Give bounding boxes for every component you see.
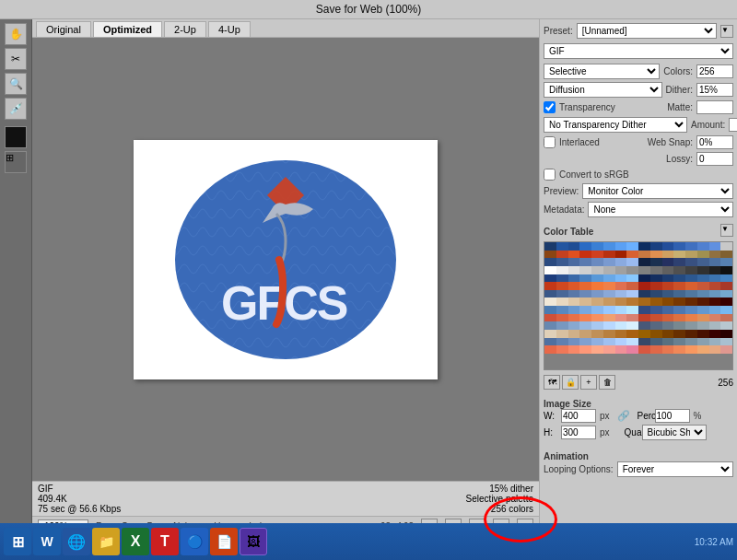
color-cell[interactable] xyxy=(720,361,732,369)
quality-select[interactable]: Bicubic Sharper Bicubic Smoother Bicubic… xyxy=(642,425,707,440)
color-cell[interactable] xyxy=(568,361,580,369)
color-cell[interactable] xyxy=(615,338,627,346)
color-cell[interactable] xyxy=(650,251,662,259)
tab-2up[interactable]: 2-Up xyxy=(164,21,206,37)
color-map-btn[interactable]: 🗺 xyxy=(544,375,560,390)
color-cell[interactable] xyxy=(603,298,615,306)
color-cell[interactable] xyxy=(709,354,721,362)
no-trans-dither-select[interactable]: No Transparency Dither Diffusion Transpa… xyxy=(544,117,687,133)
color-cell[interactable] xyxy=(556,258,568,266)
color-cell[interactable] xyxy=(673,242,685,251)
color-cell[interactable] xyxy=(638,282,650,290)
color-cell[interactable] xyxy=(638,338,650,346)
color-cell[interactable] xyxy=(544,282,556,290)
color-cell[interactable] xyxy=(544,258,556,266)
color-cell[interactable] xyxy=(591,290,603,298)
color-cell[interactable] xyxy=(709,345,721,354)
color-cell[interactable] xyxy=(603,314,615,322)
color-cell[interactable] xyxy=(603,282,615,290)
color-cell[interactable] xyxy=(662,242,674,251)
colors-input[interactable] xyxy=(696,64,733,78)
color-cell[interactable] xyxy=(556,354,568,362)
start-button[interactable]: ⊞ xyxy=(4,528,31,555)
color-cell[interactable] xyxy=(556,266,568,274)
color-cell[interactable] xyxy=(615,258,627,266)
color-cell[interactable] xyxy=(650,266,662,274)
color-cell[interactable] xyxy=(591,258,603,266)
zoom-tool[interactable]: 🔍 xyxy=(5,73,27,95)
color-cell[interactable] xyxy=(556,251,568,259)
color-cell[interactable] xyxy=(638,251,650,259)
color-cell[interactable] xyxy=(685,314,697,322)
web-snap-input[interactable] xyxy=(696,135,733,149)
color-add-btn[interactable]: + xyxy=(580,375,597,390)
color-cell[interactable] xyxy=(662,345,674,354)
color-table-menu-btn[interactable]: ▼ xyxy=(720,224,733,237)
color-cell[interactable] xyxy=(720,282,732,290)
color-cell[interactable] xyxy=(650,361,662,369)
color-cell[interactable] xyxy=(662,321,674,330)
color-cell[interactable] xyxy=(650,321,662,330)
color-cell[interactable] xyxy=(662,274,674,283)
matte-input[interactable] xyxy=(696,100,733,114)
color-cell[interactable] xyxy=(626,298,638,306)
color-cell[interactable] xyxy=(720,258,732,266)
color-cell[interactable] xyxy=(685,361,697,369)
color-cell[interactable] xyxy=(673,290,685,298)
color-cell[interactable] xyxy=(638,345,650,354)
color-cell[interactable] xyxy=(720,290,732,298)
reduction-select[interactable]: Selective Perceptual Adaptive xyxy=(544,64,660,79)
color-cell[interactable] xyxy=(685,242,697,251)
color-cell[interactable] xyxy=(709,321,721,330)
color-cell[interactable] xyxy=(544,274,556,283)
color-cell[interactable] xyxy=(626,258,638,266)
color-cell[interactable] xyxy=(556,242,568,251)
color-cell[interactable] xyxy=(615,361,627,369)
color-cell[interactable] xyxy=(626,290,638,298)
color-cell[interactable] xyxy=(603,354,615,362)
color-cell[interactable] xyxy=(615,298,627,306)
color-cell[interactable] xyxy=(544,298,556,306)
color-cell[interactable] xyxy=(626,282,638,290)
color-cell[interactable] xyxy=(685,321,697,330)
color-cell[interactable] xyxy=(720,274,732,283)
color-cell[interactable] xyxy=(697,242,709,251)
color-cell[interactable] xyxy=(685,306,697,314)
color-cell[interactable] xyxy=(650,345,662,354)
color-cell[interactable] xyxy=(685,338,697,346)
color-cell[interactable] xyxy=(650,354,662,362)
color-cell[interactable] xyxy=(556,361,568,369)
color-cell[interactable] xyxy=(709,242,721,251)
color-cell[interactable] xyxy=(650,298,662,306)
color-cell[interactable] xyxy=(579,274,591,283)
color-cell[interactable] xyxy=(685,290,697,298)
color-cell[interactable] xyxy=(673,274,685,283)
color-cell[interactable] xyxy=(709,330,721,338)
color-cell[interactable] xyxy=(673,314,685,322)
color-cell[interactable] xyxy=(544,242,556,251)
color-cell[interactable] xyxy=(615,330,627,338)
color-cell[interactable] xyxy=(709,314,721,322)
color-cell[interactable] xyxy=(579,266,591,274)
color-cell[interactable] xyxy=(579,345,591,354)
color-cell[interactable] xyxy=(568,338,580,346)
interlaced-checkbox[interactable] xyxy=(544,136,556,148)
taskbar-app2[interactable]: 🔵 xyxy=(181,528,208,555)
dither-input[interactable] xyxy=(696,83,733,97)
color-cell[interactable] xyxy=(603,345,615,354)
color-cell[interactable] xyxy=(697,345,709,354)
color-cell[interactable] xyxy=(544,314,556,322)
hand-tool[interactable]: ✋ xyxy=(5,23,27,45)
color-cell[interactable] xyxy=(615,321,627,330)
color-cell[interactable] xyxy=(579,361,591,369)
color-cell[interactable] xyxy=(626,242,638,251)
color-cell[interactable] xyxy=(697,314,709,322)
color-cell[interactable] xyxy=(603,338,615,346)
color-cell[interactable] xyxy=(603,266,615,274)
height-input[interactable] xyxy=(561,426,596,439)
color-cell[interactable] xyxy=(662,314,674,322)
color-cell[interactable] xyxy=(720,306,732,314)
preset-select[interactable]: [Unnamed] GIF 32 No Dither GIF 64 No Dit… xyxy=(577,23,717,39)
color-cell[interactable] xyxy=(579,321,591,330)
color-cell[interactable] xyxy=(556,314,568,322)
